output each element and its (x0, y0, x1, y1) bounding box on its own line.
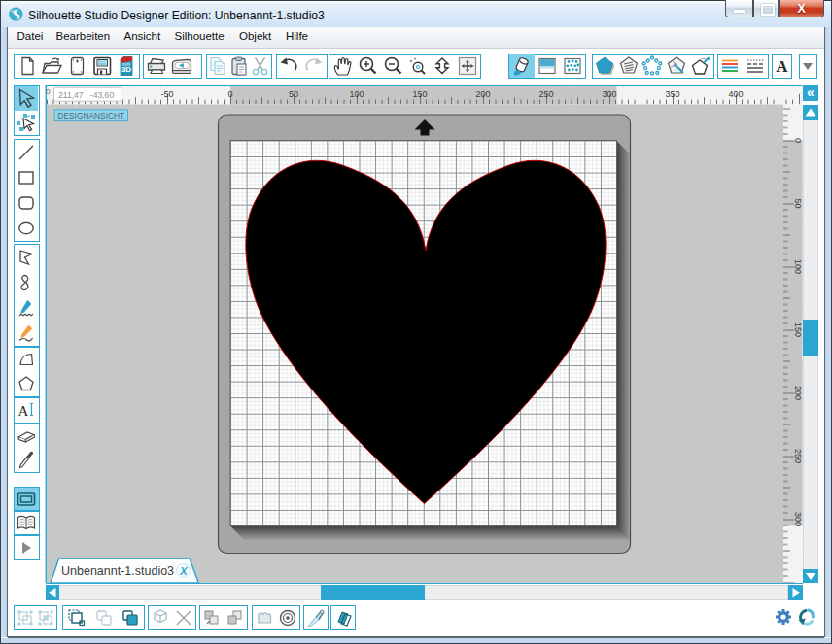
svg-text:300: 300 (793, 512, 803, 526)
svg-text:250: 250 (793, 449, 803, 463)
svg-text:A: A (776, 57, 788, 76)
svg-text:50: 50 (793, 198, 803, 208)
svg-text:DESIGNANSICHT: DESIGNANSICHT (57, 111, 124, 120)
svg-text:0: 0 (793, 138, 803, 143)
svg-text:250: 250 (538, 89, 553, 99)
svg-text:200: 200 (793, 386, 803, 400)
svg-text:0: 0 (46, 87, 51, 96)
svg-text:150: 150 (412, 89, 427, 99)
svg-text:0: 0 (227, 89, 232, 99)
svg-text:211,47 , -43,60: 211,47 , -43,60 (58, 90, 114, 100)
svg-text:mini: mini (122, 62, 130, 67)
svg-text:200: 200 (475, 89, 490, 99)
svg-text:X: X (179, 565, 189, 577)
svg-text:50: 50 (289, 89, 298, 99)
svg-text:100: 100 (349, 89, 364, 99)
svg-text:Unbenannt-1.studio3: Unbenannt-1.studio3 (61, 564, 174, 578)
svg-text:-50: -50 (160, 89, 173, 99)
svg-text:100: 100 (793, 259, 803, 274)
svg-text:300: 300 (602, 89, 616, 99)
svg-text:150: 150 (793, 322, 803, 337)
svg-text:350: 350 (665, 89, 679, 99)
svg-text:A: A (18, 403, 29, 419)
svg-text:400: 400 (728, 89, 743, 99)
